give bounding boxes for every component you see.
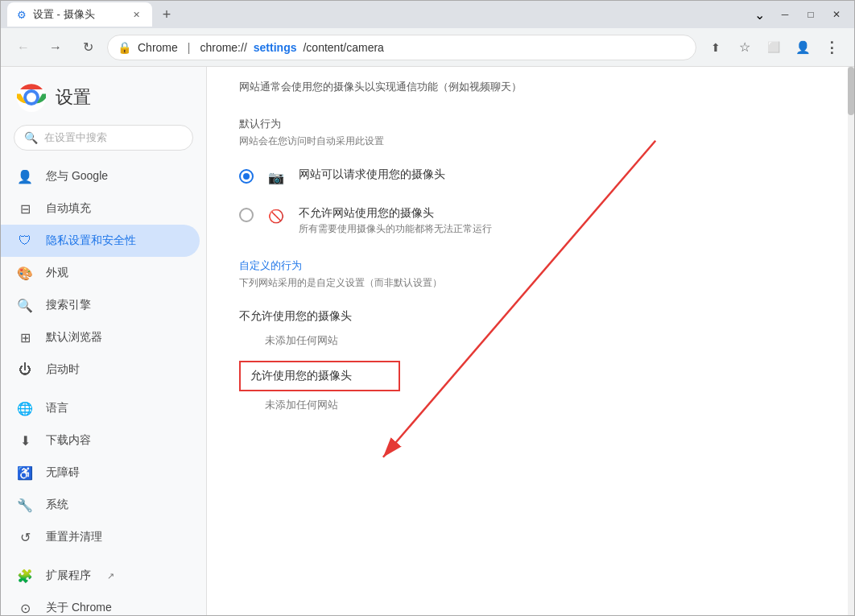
sidebar-item-system[interactable]: 🔧 系统 — [1, 489, 200, 521]
radio-block[interactable] — [239, 208, 254, 222]
address-scheme: chrome:// — [200, 41, 246, 54]
sidebar-label-system: 系统 — [46, 498, 68, 512]
language-icon: 🌐 — [17, 400, 33, 416]
extensions-icon: 🧩 — [17, 568, 33, 584]
navbar: ← → ↻ 🔒 Chrome | chrome://settings/conte… — [1, 28, 854, 67]
sidebar-item-search[interactable]: 🔍 搜索引擎 — [1, 289, 200, 321]
custom-sub: 下列网站采用的是自定义设置（而非默认设置） — [239, 276, 787, 300]
option-allow[interactable]: 📷 网站可以请求使用您的摄像头 — [239, 158, 787, 196]
sidebar-item-privacy[interactable]: 🛡 隐私设置和安全性 — [1, 225, 200, 257]
sidebar-label-accessibility: 无障碍 — [46, 465, 80, 480]
sidebar-item-appearance[interactable]: 🎨 外观 — [1, 257, 200, 289]
split-tab-button[interactable]: ⬜ — [761, 35, 787, 60]
allowed-empty-label: 未添加任何网站 — [239, 391, 787, 419]
system-icon: 🔧 — [17, 497, 33, 513]
external-link-icon: ↗ — [107, 571, 114, 581]
sidebar-search[interactable]: 🔍 在设置中搜索 — [14, 125, 193, 151]
search-placeholder: 在设置中搜索 — [44, 130, 107, 145]
search-icon: 🔍 — [24, 131, 38, 144]
sidebar-item-startup[interactable]: ⏻ 启动时 — [1, 353, 200, 386]
navbar-actions: ⬆ ☆ ⬜ 👤 ⋮ — [703, 35, 845, 60]
sidebar-label-privacy: 隐私设置和安全性 — [46, 234, 136, 248]
about-icon: ⊙ — [17, 600, 33, 615]
search-engine-icon: 🔍 — [17, 297, 33, 313]
default-behavior-sub: 网站会在您访问时自动采用此设置 — [239, 134, 787, 158]
chrome-logo-icon — [17, 83, 46, 112]
tab-strip-chevron[interactable]: ⌄ — [748, 6, 770, 23]
camera-blocked-icon: 🚫 — [266, 206, 286, 225]
sidebar-label-extensions: 扩展程序 — [46, 568, 91, 583]
site-description: 网站通常会使用您的摄像头以实现通信功能（例如视频聊天） — [239, 67, 787, 101]
sidebar-title: 设置 — [56, 85, 91, 110]
sidebar-label-google: 您与 Google — [46, 169, 108, 184]
address-path: /content/camera — [303, 41, 383, 54]
radio-allow[interactable] — [239, 169, 254, 184]
svg-point-2 — [27, 93, 36, 102]
sidebar-item-autofill[interactable]: ⊟ 自动填充 — [1, 192, 200, 225]
address-bar[interactable]: 🔒 Chrome | chrome://settings/content/cam… — [107, 35, 696, 60]
sidebar-item-accessibility[interactable]: ♿ 无障碍 — [1, 457, 200, 489]
custom-title: 自定义的行为 — [239, 246, 787, 276]
allowed-section-title: 允许使用您的摄像头 — [250, 369, 352, 383]
sidebar: 设置 🔍 在设置中搜索 👤 您与 Google ⊟ 自动填充 🛡 隐私设置和安 — [1, 67, 207, 615]
sidebar-item-google[interactable]: 👤 您与 Google — [1, 160, 200, 192]
blocked-empty-label: 未添加任何网站 — [239, 327, 787, 354]
sidebar-label-appearance: 外观 — [46, 266, 68, 280]
sidebar-label-language: 语言 — [46, 401, 68, 415]
main-layout: 设置 🔍 在设置中搜索 👤 您与 Google ⊟ 自动填充 🛡 隐私设置和安 — [1, 67, 854, 615]
address-icon: 🔒 — [118, 41, 131, 54]
close-button[interactable]: ✕ — [825, 6, 848, 23]
allowed-section: 允许使用您的摄像头 — [239, 361, 787, 391]
default-browser-icon: ⊞ — [17, 329, 33, 345]
sidebar-item-language[interactable]: 🌐 语言 — [1, 392, 200, 424]
google-account-icon: 👤 — [17, 168, 33, 184]
tab-close-button[interactable]: ✕ — [130, 8, 142, 21]
sidebar-logo: 设置 — [1, 73, 206, 125]
sidebar-label-download: 下载内容 — [46, 433, 91, 448]
new-tab-button[interactable]: + — [155, 3, 178, 26]
maximize-button[interactable]: □ — [799, 6, 822, 23]
sidebar-item-about[interactable]: ⊙ 关于 Chrome — [1, 592, 200, 615]
download-icon: ⬇ — [17, 432, 33, 449]
content-area: 网站通常会使用您的摄像头以实现通信功能（例如视频聊天） 默认行为 网站会在您访问… — [207, 67, 854, 615]
startup-icon: ⏻ — [17, 362, 33, 378]
content-inner: 网站通常会使用您的摄像头以实现通信功能（例如视频聊天） 默认行为 网站会在您访问… — [207, 67, 819, 451]
address-separator: | — [188, 41, 191, 54]
back-button[interactable]: ← — [10, 35, 36, 60]
sidebar-item-download[interactable]: ⬇ 下载内容 — [1, 424, 200, 457]
minimize-button[interactable]: ─ — [774, 6, 796, 23]
default-behavior-title: 默认行为 — [239, 101, 787, 134]
share-button[interactable]: ⬆ — [703, 35, 729, 60]
refresh-button[interactable]: ↻ — [75, 35, 101, 60]
block-sublabel: 所有需要使用摄像头的功能都将无法正常运行 — [299, 222, 787, 236]
forward-button[interactable]: → — [43, 35, 68, 60]
sidebar-item-extensions[interactable]: 🧩 扩展程序 ↗ — [1, 560, 200, 592]
blocked-section-title: 不允许使用您的摄像头 — [239, 300, 787, 327]
active-tab[interactable]: ⚙ 设置 - 摄像头 ✕ — [7, 2, 152, 27]
option-block[interactable]: 🚫 不允许网站使用您的摄像头 所有需要使用摄像头的功能都将无法正常运行 — [239, 196, 787, 246]
tab-title: 设置 - 摄像头 — [33, 7, 123, 22]
sidebar-label-autofill: 自动填充 — [46, 201, 91, 216]
bookmark-button[interactable]: ☆ — [732, 35, 758, 60]
sidebar-label-reset: 重置并清理 — [46, 530, 102, 544]
address-highlight: settings — [254, 41, 297, 54]
sidebar-item-reset[interactable]: ↺ 重置并清理 — [1, 521, 200, 553]
allowed-section-box[interactable]: 允许使用您的摄像头 — [239, 361, 400, 391]
sidebar-label-about: 关于 Chrome — [46, 601, 112, 615]
block-label: 不允许网站使用您的摄像头 — [299, 206, 787, 221]
address-brand: Chrome — [138, 41, 178, 54]
allow-label: 网站可以请求使用您的摄像头 — [299, 167, 787, 182]
block-content: 不允许网站使用您的摄像头 所有需要使用摄像头的功能都将无法正常运行 — [299, 206, 787, 236]
camera-icon: 📷 — [266, 167, 286, 187]
sidebar-item-browser[interactable]: ⊞ 默认浏览器 — [1, 321, 200, 353]
appearance-icon: 🎨 — [17, 265, 33, 281]
scrollbar-track[interactable] — [848, 67, 854, 615]
browser-window: ⚙ 设置 - 摄像头 ✕ + ⌄ ─ □ ✕ ← → ↻ 🔒 Chrome | … — [0, 0, 855, 616]
profile-button[interactable]: 👤 — [790, 35, 816, 60]
allow-content: 网站可以请求使用您的摄像头 — [299, 167, 787, 182]
scrollbar-thumb[interactable] — [848, 67, 854, 115]
menu-button[interactable]: ⋮ — [819, 35, 845, 60]
autofill-icon: ⊟ — [17, 201, 33, 217]
sidebar-label-startup: 启动时 — [46, 362, 80, 377]
window-controls: ─ □ ✕ — [774, 6, 848, 23]
